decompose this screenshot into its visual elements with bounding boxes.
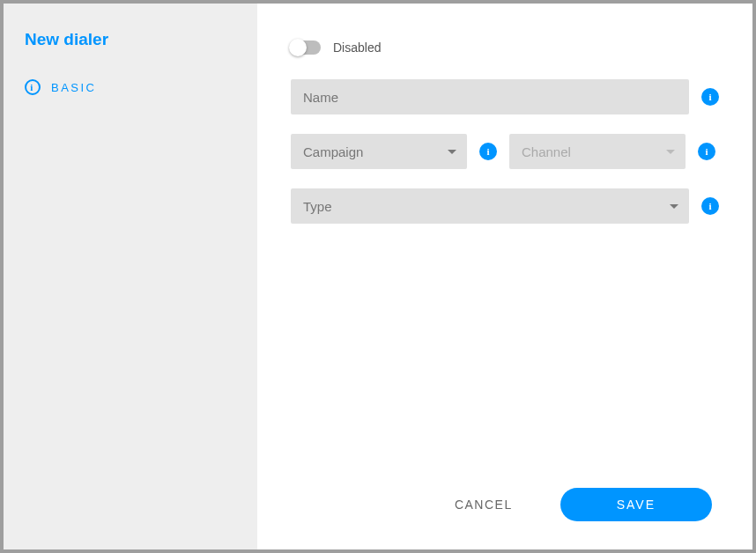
footer-actions: CANCEL SAVE <box>291 488 719 528</box>
info-icon[interactable] <box>701 88 719 106</box>
info-icon[interactable] <box>479 143 497 160</box>
channel-select[interactable]: Channel <box>509 134 686 169</box>
type-select-label: Type <box>303 199 332 214</box>
enabled-toggle[interactable] <box>291 41 321 55</box>
chevron-down-icon <box>666 150 675 154</box>
info-icon[interactable] <box>698 143 715 160</box>
form-area: Disabled Campaign Channel <box>291 41 719 488</box>
toggle-label: Disabled <box>333 41 381 55</box>
info-icon <box>25 79 41 95</box>
save-button[interactable]: SAVE <box>560 488 712 521</box>
name-row <box>291 79 719 114</box>
sidebar-title: New dialer <box>25 30 236 49</box>
name-input[interactable] <box>291 79 689 114</box>
campaign-channel-row: Campaign Channel <box>291 134 719 169</box>
new-dialer-dialog: New dialer BASIC Disabled Campaign <box>0 0 756 553</box>
enabled-toggle-row: Disabled <box>291 41 719 55</box>
campaign-select[interactable]: Campaign <box>291 134 467 169</box>
sidebar: New dialer BASIC <box>4 4 257 549</box>
channel-select-label: Channel <box>522 144 571 159</box>
type-row: Type <box>291 188 719 224</box>
cancel-button[interactable]: CANCEL <box>439 489 529 520</box>
type-select[interactable]: Type <box>291 188 689 224</box>
info-icon[interactable] <box>701 197 719 215</box>
sidebar-item-basic[interactable]: BASIC <box>25 79 236 95</box>
toggle-knob <box>289 39 307 56</box>
chevron-down-icon <box>670 204 678 209</box>
campaign-select-label: Campaign <box>303 144 363 159</box>
chevron-down-icon <box>448 150 456 154</box>
main-panel: Disabled Campaign Channel <box>257 4 752 549</box>
sidebar-item-label: BASIC <box>51 81 97 94</box>
